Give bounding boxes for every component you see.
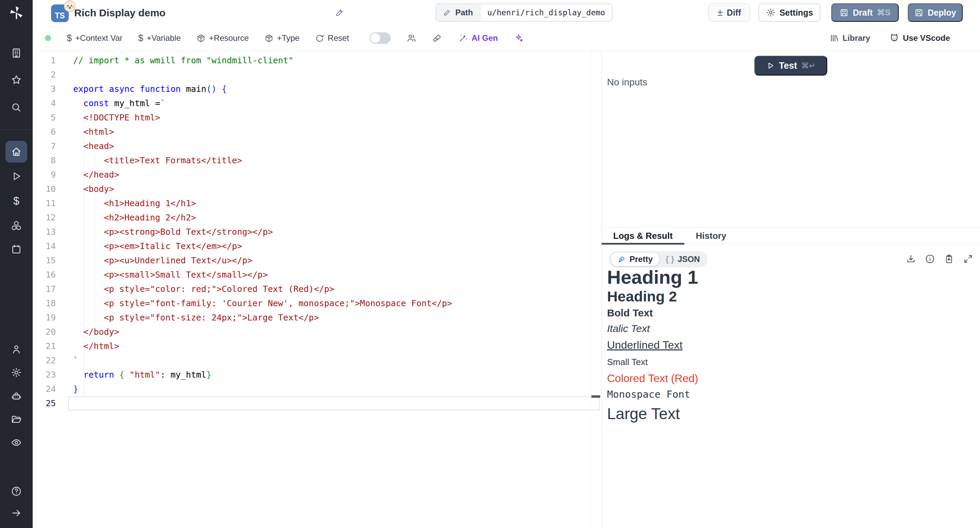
code-line[interactable]: <head> xyxy=(73,139,452,153)
code-line[interactable]: </body> xyxy=(73,325,452,339)
add-variable-button[interactable]: $ +Variable xyxy=(138,33,181,43)
json-view-button[interactable]: { } JSON xyxy=(659,253,706,266)
ai-sparkles-button[interactable] xyxy=(514,33,524,43)
code-line[interactable] xyxy=(73,396,452,410)
diff-button[interactable]: ± Diff xyxy=(708,3,750,22)
path-field[interactable]: Path u/henri/rich_display_demo xyxy=(436,3,612,22)
audit-eye-icon[interactable] xyxy=(11,437,22,448)
result-text-underline: Underlined Text xyxy=(607,336,698,353)
copy-clipboard-icon[interactable] xyxy=(944,254,954,264)
code-line[interactable]: <h2>Heading 2</h2> xyxy=(73,211,452,225)
code-line[interactable]: ` xyxy=(73,353,452,368)
diff-mode-toggle[interactable] xyxy=(369,32,391,44)
dollar-icon: $ xyxy=(67,33,72,43)
result-text-red: Colored Text (Red) xyxy=(607,371,698,386)
library-icon xyxy=(830,33,839,43)
code-line[interactable]: </html> xyxy=(73,339,452,353)
home-icon[interactable] xyxy=(11,146,22,157)
code-line[interactable]: export async function main() { xyxy=(73,82,452,96)
windmill-logo-icon[interactable] xyxy=(8,5,24,21)
code-editor[interactable]: 1234567891011121314151617181920212223242… xyxy=(33,51,601,528)
code-line[interactable]: <p style="font-family: 'Courier New', mo… xyxy=(73,296,452,311)
path-label-segment[interactable]: Path xyxy=(436,4,480,21)
library-button[interactable]: Library xyxy=(830,33,870,43)
code-line[interactable]: return { "html": my_html} xyxy=(73,368,452,382)
settings-button[interactable]: Settings xyxy=(759,3,821,22)
pencil-icon xyxy=(443,8,451,17)
line-number: 15 xyxy=(33,253,56,268)
test-shortcut: ⌘↵ xyxy=(801,61,816,70)
code-line[interactable]: const my_html =` xyxy=(73,96,452,111)
page-title: Rich Display demo xyxy=(74,0,165,25)
test-button[interactable]: Test ⌘↵ xyxy=(754,56,827,76)
collapse-arrow-right-icon[interactable] xyxy=(11,507,22,518)
folders-icon[interactable] xyxy=(11,414,22,425)
multiplayer-users-button[interactable] xyxy=(406,33,417,43)
add-type-button[interactable]: +Type xyxy=(264,33,299,43)
code-line[interactable]: <!DOCTYPE html> xyxy=(73,111,452,125)
code-line[interactable]: <h1>Heading 1</h1> xyxy=(73,196,452,211)
deploy-button[interactable]: Deploy xyxy=(908,3,963,22)
users-person-icon[interactable] xyxy=(11,344,22,355)
magic-wand-icon xyxy=(458,33,468,43)
code-content[interactable]: // import * as wmill from "windmill-clie… xyxy=(73,53,452,410)
line-number: 16 xyxy=(33,268,56,282)
result-text-large: Large Text xyxy=(607,402,698,425)
code-line[interactable]: <p><strong>Bold Text</strong></p> xyxy=(73,225,452,239)
format-brush-button[interactable] xyxy=(432,33,442,43)
line-number: 6 xyxy=(33,125,56,139)
code-line[interactable]: <p><em>Italic Text</em></p> xyxy=(73,239,452,253)
line-number-gutter: 1234567891011121314151617181920212223242… xyxy=(33,53,56,410)
result-text-mono: Monospace Font xyxy=(607,386,698,402)
save-draft-button[interactable]: Draft ⌘S xyxy=(831,3,899,22)
code-line[interactable]: <p style="color: red;">Colored Text (Red… xyxy=(73,282,452,296)
run-panel: Test ⌘↵ No inputs Logs & Result History … xyxy=(601,51,980,528)
code-line[interactable]: <p><u>Underlined Text</u></p> xyxy=(73,253,452,268)
code-line[interactable]: <html> xyxy=(73,125,452,139)
line-number: 17 xyxy=(33,282,56,296)
download-result-icon[interactable] xyxy=(906,254,916,264)
use-vscode-button[interactable]: Use VScode xyxy=(889,33,950,43)
overview-ruler-cursor-mark xyxy=(592,395,600,398)
result-info-icon[interactable] xyxy=(925,254,935,264)
code-line[interactable]: <title>Text Formats</title> xyxy=(73,153,452,168)
tab-logs-result[interactable]: Logs & Result xyxy=(601,227,684,243)
line-number: 1 xyxy=(33,53,56,68)
favorites-star-icon[interactable] xyxy=(11,75,22,85)
runs-play-icon[interactable] xyxy=(11,171,21,181)
edit-title-pencil-icon[interactable] xyxy=(335,8,344,17)
ai-gen-button[interactable]: AI Gen xyxy=(458,33,498,43)
code-line[interactable]: <body> xyxy=(73,182,452,196)
settings-gear-icon[interactable] xyxy=(11,367,22,378)
path-value[interactable]: u/henri/rich_display_demo xyxy=(480,4,612,21)
result-text-small: Small Text xyxy=(607,353,698,371)
result-text-h2: Heading 2 xyxy=(607,288,698,305)
code-line[interactable]: </head> xyxy=(73,168,452,182)
line-number: 25 xyxy=(33,396,56,410)
line-number: 24 xyxy=(33,382,56,396)
expand-result-icon[interactable] xyxy=(963,254,973,264)
line-number: 12 xyxy=(33,211,56,225)
variables-dollar-icon[interactable]: $ xyxy=(13,195,19,207)
code-line[interactable]: <p><small>Small Text</small></p> xyxy=(73,268,452,282)
users-icon xyxy=(406,33,417,43)
add-resource-button[interactable]: +Resource xyxy=(196,33,249,43)
sidebar-divider xyxy=(0,129,33,130)
resources-cubes-icon[interactable] xyxy=(11,220,22,231)
pretty-view-button[interactable]: Pretty xyxy=(611,253,659,266)
add-context-var-button[interactable]: $ +Context Var xyxy=(67,33,123,43)
workspace-building-icon[interactable] xyxy=(11,48,22,59)
code-line[interactable]: } xyxy=(73,382,452,396)
schedules-calendar-icon[interactable] xyxy=(11,244,22,255)
code-line[interactable]: // import * as wmill from "windmill-clie… xyxy=(73,53,452,68)
code-line[interactable] xyxy=(73,68,452,82)
search-icon[interactable] xyxy=(11,102,22,113)
code-line[interactable]: <p style="font-size: 24px;">Large Text</… xyxy=(73,311,452,325)
result-view-toggle: Pretty { } JSON xyxy=(609,251,708,267)
paintbrush-icon xyxy=(432,33,442,43)
help-icon[interactable] xyxy=(11,486,22,497)
tab-history[interactable]: History xyxy=(684,227,738,243)
reset-button[interactable]: Reset xyxy=(315,33,349,43)
workers-robot-icon[interactable] xyxy=(11,391,22,402)
line-number: 18 xyxy=(33,296,56,311)
